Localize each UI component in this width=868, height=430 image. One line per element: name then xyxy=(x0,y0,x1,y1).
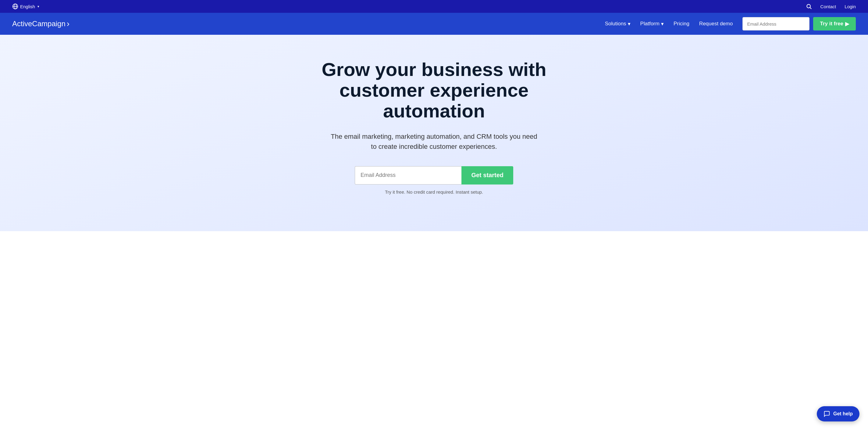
svg-point-3 xyxy=(807,4,810,8)
hero-subtitle: The email marketing, marketing automatio… xyxy=(330,132,538,151)
brand-arrow: › xyxy=(67,19,69,29)
top-bar-right: Contact Login xyxy=(806,3,856,9)
search-button[interactable] xyxy=(806,3,812,9)
login-link[interactable]: Login xyxy=(844,4,856,9)
nav-email-input[interactable] xyxy=(742,17,809,30)
svg-line-4 xyxy=(810,8,811,9)
solutions-chevron: ▾ xyxy=(628,21,630,27)
request-demo-nav-item[interactable]: Request demo xyxy=(699,21,733,27)
hero-title: Grow your business with customer experie… xyxy=(297,59,571,122)
language-selector[interactable]: English ▾ xyxy=(12,3,39,9)
solutions-nav-item[interactable]: Solutions ▾ xyxy=(605,21,630,27)
hero-form: Get started xyxy=(355,166,513,184)
hero-section: Grow your business with customer experie… xyxy=(0,35,868,231)
brand-logo[interactable]: ActiveCampaign › xyxy=(12,19,69,29)
top-bar: English ▾ Contact Login xyxy=(0,0,868,13)
nav-links: Solutions ▾ Platform ▾ Pricing Request d… xyxy=(605,21,733,27)
platform-chevron: ▾ xyxy=(661,21,664,27)
language-label: English xyxy=(20,4,35,9)
pricing-nav-item[interactable]: Pricing xyxy=(674,21,689,27)
platform-nav-item[interactable]: Platform ▾ xyxy=(640,21,664,27)
try-free-button[interactable]: Try it free ▶ xyxy=(813,17,856,30)
brand-name: ActiveCampaign xyxy=(12,20,65,28)
globe-icon xyxy=(12,3,18,9)
contact-link[interactable]: Contact xyxy=(820,4,836,9)
hero-email-input[interactable] xyxy=(355,166,461,184)
nav-actions: Try it free ▶ xyxy=(742,17,856,30)
get-started-button[interactable]: Get started xyxy=(461,166,513,184)
hero-note: Try it free. No credit card required. In… xyxy=(385,190,483,195)
try-free-arrow: ▶ xyxy=(845,21,849,27)
language-chevron: ▾ xyxy=(37,5,39,8)
main-nav: ActiveCampaign › Solutions ▾ Platform ▾ … xyxy=(0,13,868,35)
